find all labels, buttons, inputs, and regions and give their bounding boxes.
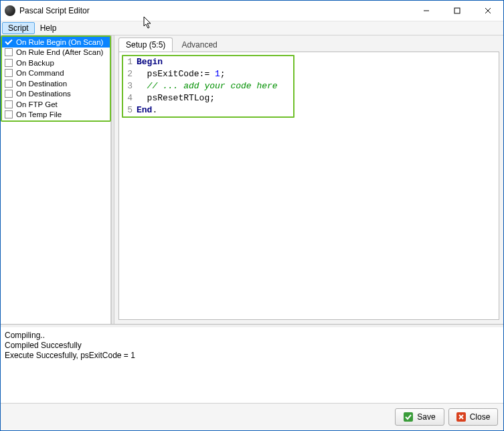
code-text: End. (137, 104, 157, 116)
gutter-number: 1 (123, 56, 137, 68)
editor-column: Setup (5:5) Advanced 1Begin2 psExitCode:… (114, 35, 503, 324)
event-item-label: On Destination (16, 80, 67, 88)
output-pane[interactable]: Compiling..Compiled SuccesfullyExecute S… (1, 327, 503, 403)
sidebar-column: On Rule Begin (On Scan)On Rule End (Afte… (1, 35, 111, 324)
close-button[interactable]: Close (448, 408, 498, 426)
gutter-number: 3 (123, 80, 137, 92)
x-icon (456, 412, 466, 422)
code-editor[interactable]: 1Begin2 psExitCode:= 1;3 // ... add your… (118, 52, 499, 320)
app-icon (5, 5, 15, 16)
maximize-button[interactable] (442, 1, 473, 21)
event-item[interactable]: On Command (2, 68, 110, 79)
menu-script[interactable]: Script (2, 22, 35, 34)
event-list: On Rule Begin (On Scan)On Rule End (Afte… (1, 35, 111, 122)
checkbox-icon[interactable] (5, 110, 13, 118)
output-line: Compiling.. (5, 331, 499, 341)
menubar: Script Help (1, 21, 503, 35)
save-button-label: Save (417, 412, 435, 422)
code-line: 3 // ... add your code here (123, 80, 293, 92)
close-window-button[interactable] (473, 1, 503, 21)
titlebar: Pascal Script Editor (1, 1, 503, 21)
code-text: psResetRTLog; (137, 92, 215, 104)
event-item[interactable]: On Temp File (2, 110, 110, 120)
event-item-label: On Temp File (16, 110, 62, 118)
code-line: 2 psExitCode:= 1; (123, 68, 293, 80)
window-controls (411, 1, 503, 21)
code-text: // ... add your code here (137, 80, 278, 92)
event-item[interactable]: On FTP Get (2, 99, 110, 110)
event-item[interactable]: On Backup (2, 58, 110, 68)
event-item-label: On Command (16, 69, 64, 77)
checkbox-icon[interactable] (5, 59, 13, 67)
event-item[interactable]: On Rule Begin (On Scan) (2, 37, 110, 48)
gutter-number: 2 (123, 68, 137, 80)
code-text: psExitCode:= 1; (137, 68, 226, 80)
tab-advanced[interactable]: Advanced (174, 37, 224, 52)
checkbox-icon[interactable] (5, 80, 13, 88)
code-line: 4 psResetRTLog; (123, 92, 293, 104)
checkbox-icon[interactable] (5, 38, 13, 46)
menu-help[interactable]: Help (35, 21, 62, 35)
event-item[interactable]: On Destination (2, 78, 110, 89)
footer: Save Close (1, 403, 503, 430)
save-button[interactable]: Save (395, 408, 444, 426)
checkbox-icon[interactable] (5, 69, 13, 77)
event-item-label: On Rule Begin (On Scan) (16, 38, 103, 46)
event-item[interactable]: On Rule End (After Scan) (2, 48, 110, 58)
event-item-label: On Backup (16, 59, 54, 67)
gutter-number: 5 (123, 104, 137, 116)
editor-tabs: Setup (5:5) Advanced (114, 35, 503, 52)
code-line: 1Begin (123, 56, 293, 68)
output-line: Execute Succesfully, psExitCode = 1 (5, 351, 499, 361)
event-item[interactable]: On Destinations (2, 89, 110, 100)
code-highlight-box: 1Begin2 psExitCode:= 1;3 // ... add your… (122, 55, 295, 118)
svg-rect-1 (454, 8, 460, 13)
code-text: Begin (137, 56, 163, 68)
code-line: 5End. (123, 104, 293, 116)
window-title: Pascal Script Editor (19, 6, 411, 15)
checkbox-icon[interactable] (5, 100, 13, 108)
event-item-label: On Rule End (After Scan) (16, 48, 103, 56)
tab-setup[interactable]: Setup (5:5) (118, 37, 173, 52)
check-icon (404, 412, 413, 422)
main-split: On Rule Begin (On Scan)On Rule End (Afte… (1, 35, 503, 325)
output-line: Compiled Succesfully (5, 341, 499, 351)
checkbox-icon[interactable] (5, 48, 13, 56)
gutter-number: 4 (123, 92, 137, 104)
event-item-label: On Destinations (16, 90, 71, 98)
checkbox-icon[interactable] (5, 90, 13, 98)
close-button-label: Close (470, 412, 491, 422)
minimize-button[interactable] (411, 1, 442, 21)
event-item-label: On FTP Get (16, 100, 58, 108)
